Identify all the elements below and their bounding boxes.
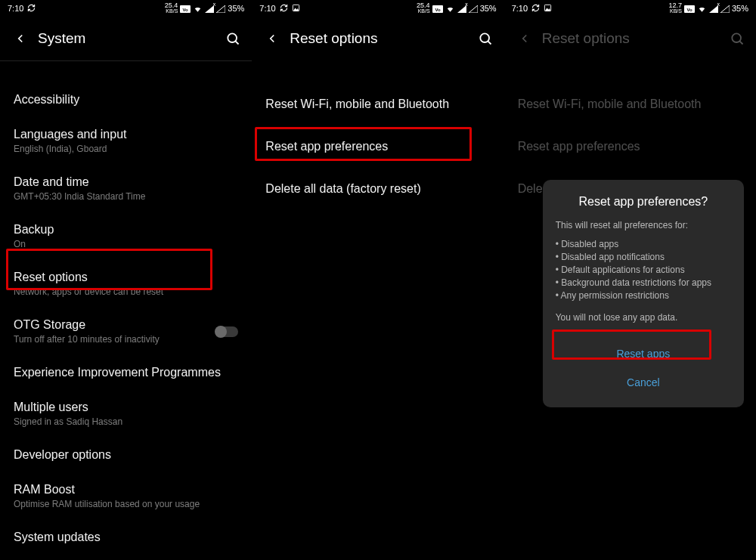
reset-apps-button[interactable]: Reset apps — [556, 339, 731, 368]
back-icon[interactable] — [265, 32, 279, 45]
item-label: Reset app preferences — [518, 139, 742, 154]
dialog-bullet: Disabled apps — [556, 238, 731, 251]
item-sublabel: Network, apps or device can be reset — [14, 286, 238, 298]
item-reset-wifi[interactable]: Reset Wi-Fi, mobile and Bluetooth — [252, 83, 503, 125]
signal-icon: x — [709, 4, 718, 12]
back-icon — [518, 32, 531, 45]
svg-point-4 — [228, 33, 237, 42]
signal-icon: x — [205, 4, 214, 12]
dialog-bullets: Disabled apps Disabled app notifications… — [556, 238, 731, 302]
item-ram-boost[interactable]: RAM Boost Optimise RAM utilisation based… — [0, 472, 252, 520]
screen-reset-dialog: 7:10 12.7KB/S Vo x 35% Reset option — [504, 0, 756, 560]
sync-icon — [531, 4, 540, 14]
svg-marker-3 — [216, 5, 225, 13]
screen-system: 7:10 25.4KB/S Vo x 35% System Acc — [0, 0, 252, 560]
signal-icon: x — [457, 4, 466, 12]
svg-marker-11 — [469, 5, 478, 13]
svg-line-5 — [236, 41, 239, 44]
item-label: Date and time — [14, 175, 238, 190]
item-system-updates[interactable]: System updates — [0, 520, 252, 555]
vowifi-icon: Vo — [180, 4, 191, 12]
item-backup[interactable]: Backup On — [0, 212, 252, 260]
svg-text:Vo: Vo — [686, 7, 692, 11]
otg-toggle[interactable] — [215, 326, 238, 337]
item-label: Experience Improvement Programmes — [14, 365, 238, 380]
reset-options-list: Reset Wi-Fi, mobile and Bluetooth Reset … — [252, 60, 503, 210]
item-label: OTG Storage — [14, 317, 160, 333]
item-label: Reset Wi-Fi, mobile and Bluetooth — [518, 97, 742, 112]
image-icon — [292, 4, 300, 14]
item-reset-app-preferences: Reset app preferences — [504, 125, 756, 168]
svg-line-21 — [739, 41, 742, 44]
item-reset-app-preferences[interactable]: Reset app preferences — [252, 125, 503, 168]
back-icon[interactable] — [14, 32, 27, 45]
settings-list: Accessibility Languages and input Englis… — [0, 61, 252, 555]
search-icon[interactable] — [478, 31, 493, 46]
status-data-rate: 12.7KB/S — [668, 3, 682, 14]
page-title: System — [38, 30, 215, 47]
sync-icon — [280, 4, 288, 14]
item-sublabel: Turn off after 10 minutes of inactivity — [14, 334, 160, 345]
item-label: Reset Wi-Fi, mobile and Bluetooth — [265, 97, 490, 112]
dialog-outro: You will not lose any app data. — [556, 311, 731, 324]
dialog-intro: This will reset all preferences for: — [556, 219, 731, 232]
item-label: Multiple users — [14, 400, 238, 415]
dialog-bullet: Background data restrictions for apps — [556, 277, 731, 289]
item-multiple-users[interactable]: Multiple users Signed in as Sadiq Hassan — [0, 390, 252, 438]
item-developer-options[interactable]: Developer options — [0, 438, 252, 472]
wifi-icon — [193, 4, 203, 12]
signal-empty-icon — [720, 4, 730, 12]
wifi-icon — [445, 4, 455, 12]
status-bar: 7:10 25.4KB/S Vo x 35% — [252, 0, 503, 17]
item-label: Reset options — [14, 270, 238, 285]
item-label: Languages and input — [14, 127, 238, 142]
svg-marker-19 — [720, 5, 730, 13]
item-label: Backup — [14, 222, 238, 237]
svg-line-13 — [488, 41, 491, 44]
item-reset-options[interactable]: Reset options Network, apps or device ca… — [0, 260, 252, 308]
item-label: RAM Boost — [14, 482, 238, 497]
status-bar: 7:10 12.7KB/S Vo x 35% — [504, 0, 756, 17]
item-factory-reset[interactable]: Delete all data (factory reset) — [252, 168, 503, 210]
status-time: 7:10 — [8, 4, 23, 13]
item-reset-wifi: Reset Wi-Fi, mobile and Bluetooth — [504, 83, 756, 125]
dialog-title: Reset app preferences? — [556, 195, 731, 209]
reset-app-preferences-dialog: Reset app preferences? This will reset a… — [543, 180, 744, 407]
sync-icon — [27, 4, 36, 14]
header: Reset options — [252, 17, 503, 60]
search-icon[interactable] — [225, 31, 240, 46]
page-title: Reset options — [290, 30, 466, 47]
signal-empty-icon — [469, 4, 478, 12]
image-icon — [544, 4, 552, 14]
vowifi-icon: Vo — [684, 4, 695, 12]
dialog-bullet: Default applications for actions — [556, 264, 731, 277]
item-label: Delete all data (factory reset) — [265, 181, 490, 196]
status-time: 7:10 — [259, 4, 275, 13]
dialog-bullet: Disabled app notifications — [556, 251, 731, 264]
status-time: 7:10 — [512, 4, 528, 13]
status-bar: 7:10 25.4KB/S Vo x 35% — [0, 0, 252, 17]
header: Reset options — [504, 17, 756, 60]
item-accessibility[interactable]: Accessibility — [0, 82, 252, 117]
item-sublabel: GMT+05:30 India Standard Time — [14, 191, 238, 203]
item-otg-storage[interactable]: OTG Storage Turn off after 10 minutes of… — [0, 308, 252, 355]
cancel-button[interactable]: Cancel — [556, 368, 731, 397]
item-sublabel: Signed in as Sadiq Hassan — [14, 416, 238, 428]
item-date-time[interactable]: Date and time GMT+05:30 India Standard T… — [0, 165, 252, 212]
item-label: System updates — [14, 530, 238, 545]
header: System — [0, 17, 252, 60]
dialog-bullet: Any permission restrictions — [556, 289, 731, 302]
item-label: Reset app preferences — [265, 139, 490, 154]
item-sublabel: On — [14, 239, 238, 250]
svg-point-12 — [480, 33, 489, 42]
item-label: Accessibility — [14, 92, 238, 107]
svg-marker-15 — [545, 8, 550, 11]
item-languages-input[interactable]: Languages and input English (India), Gbo… — [0, 117, 252, 165]
status-data-rate: 25.4KB/S — [165, 3, 178, 14]
svg-text:Vo: Vo — [183, 7, 189, 11]
svg-point-20 — [732, 33, 741, 42]
item-label: Developer options — [14, 447, 238, 463]
signal-empty-icon — [216, 4, 225, 12]
item-experience-improvement[interactable]: Experience Improvement Programmes — [0, 355, 252, 390]
status-battery: 35% — [228, 4, 244, 13]
